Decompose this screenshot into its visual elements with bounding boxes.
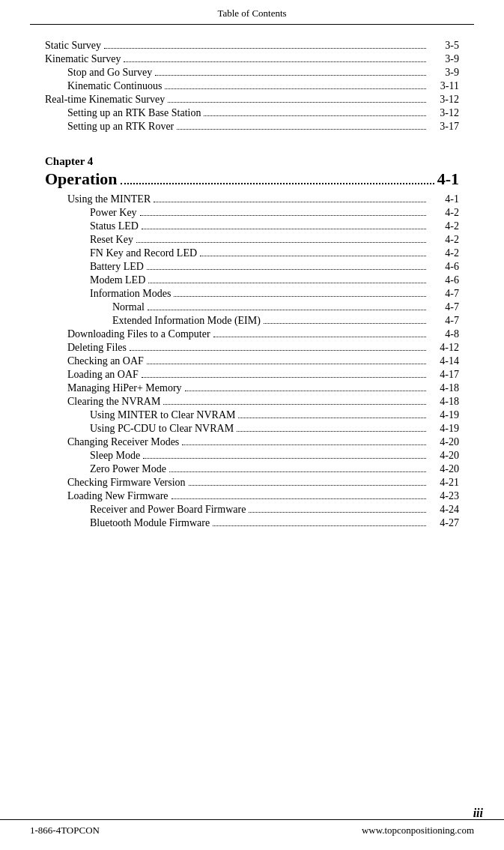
toc-dots — [213, 337, 426, 337]
toc-page: 4-23 — [429, 490, 459, 502]
toc-entry: Using MINTER to Clear NVRAM4-19 — [45, 409, 459, 421]
toc-dots — [147, 269, 426, 270]
toc-label: Downloading Files to a Computer — [67, 328, 210, 340]
toc-label: Normal — [112, 301, 145, 313]
toc-label: FN Key and Record LED — [90, 247, 197, 259]
toc-page: 4-18 — [429, 382, 459, 394]
toc-dots — [165, 88, 426, 89]
toc-label: Loading an OAF — [67, 369, 139, 381]
toc-entry: Receiver and Power Board Firmware4-24 — [45, 504, 459, 516]
toc-label: Modem LED — [90, 274, 145, 286]
toc-page: 4-7 — [429, 288, 459, 300]
toc-label: Deleting Files — [67, 342, 127, 354]
toc-label: Setting up an RTK Rover — [67, 121, 174, 133]
toc-label: Managing HiPer+ Memory — [67, 382, 182, 394]
toc-label: Power Key — [90, 207, 137, 219]
toc-entry: Status LED4-2 — [45, 220, 459, 232]
toc-page: 4-17 — [429, 369, 459, 381]
toc-dots — [136, 242, 426, 243]
toc-label: Information Modes — [90, 288, 171, 300]
toc-entry: Loading New Firmware4-23 — [45, 490, 459, 502]
toc-dots — [204, 115, 426, 116]
toc-entry: Static Survey3-5 — [45, 40, 459, 52]
toc-label: Setting up an RTK Base Station — [67, 107, 201, 119]
toc-dots — [124, 61, 426, 62]
toc-entry: Kinematic Continuous3-11 — [45, 80, 459, 92]
toc-dots — [189, 485, 426, 486]
toc-entry: Deleting Files4-12 — [45, 342, 459, 354]
toc-entry: Information Modes4-7 — [45, 288, 459, 300]
toc-label: Using MINTER to Clear NVRAM — [90, 409, 235, 421]
toc-label: Reset Key — [90, 234, 133, 246]
toc-page: 4-2 — [429, 220, 459, 232]
toc-entry: Checking Firmware Version4-21 — [45, 477, 459, 489]
toc-page: 4-7 — [429, 301, 459, 313]
footer-left: 1-866-4TOPCON — [30, 825, 100, 837]
toc-page: 4-20 — [429, 450, 459, 462]
toc-entry: Clearing the NVRAM4-18 — [45, 396, 459, 408]
toc-dots — [130, 350, 426, 351]
toc-dots — [143, 458, 426, 459]
toc-entry: Reset Key4-2 — [45, 234, 459, 246]
toc-dots — [264, 323, 426, 324]
chapter4-dots — [121, 183, 434, 184]
toc-label: Checking Firmware Version — [67, 477, 186, 489]
toc-page: 4-7 — [429, 315, 459, 327]
toc-page: 3-12 — [429, 107, 459, 119]
toc-page: 4-24 — [429, 504, 459, 516]
toc-entry: Setting up an RTK Rover3-17 — [45, 121, 459, 133]
toc-label: Battery LED — [90, 261, 144, 273]
toc-label: Sleep Mode — [90, 450, 140, 462]
page-footer: 1-866-4TOPCON www.topconpositioning.com — [0, 819, 504, 837]
toc-page: 4-19 — [429, 409, 459, 421]
chapter4-entries: Using the MINTER4-1Power Key4-2Status LE… — [45, 193, 459, 529]
toc-entry: Using PC-CDU to Clear NVRAM4-19 — [45, 423, 459, 435]
toc-entry: Extended Information Mode (EIM)4-7 — [45, 315, 459, 327]
toc-page: 4-8 — [429, 328, 459, 340]
toc-entry: Using the MINTER4-1 — [45, 193, 459, 205]
toc-label: Extended Information Mode (EIM) — [112, 315, 261, 327]
toc-page: 3-17 — [429, 121, 459, 133]
toc-dots — [142, 377, 426, 378]
toc-label: Checking an OAF — [67, 355, 144, 367]
toc-entry: Zero Power Mode4-20 — [45, 463, 459, 475]
toc-label: Receiver and Power Board Firmware — [90, 504, 246, 516]
toc-label: Kinematic Continuous — [67, 80, 162, 92]
toc-dots — [142, 229, 426, 229]
toc-dots — [200, 256, 426, 256]
toc-page: 4-20 — [429, 463, 459, 475]
page-header: Table of Contents — [30, 0, 474, 25]
toc-page: 3-9 — [429, 67, 459, 79]
toc-entry: Downloading Files to a Computer4-8 — [45, 328, 459, 340]
toc-label: Loading New Firmware — [67, 490, 168, 502]
toc-page: 3-5 — [429, 40, 459, 52]
toc-dots — [147, 364, 426, 364]
toc-page: 4-2 — [429, 247, 459, 259]
toc-page: 4-19 — [429, 423, 459, 435]
toc-dots — [168, 102, 426, 103]
toc-entry: Stop and Go Survey3-9 — [45, 67, 459, 79]
toc-page: 4-20 — [429, 436, 459, 448]
footer-right: www.topconpositioning.com — [362, 825, 474, 837]
chapter4-title-line: Operation 4-1 — [45, 169, 459, 189]
toc-dots — [185, 391, 426, 391]
toc-dots — [148, 283, 426, 283]
toc-entry: Sleep Mode4-20 — [45, 450, 459, 462]
toc-label: Zero Power Mode — [90, 463, 166, 475]
toc-entry: Normal4-7 — [45, 301, 459, 313]
toc-page: 4-2 — [429, 234, 459, 246]
toc-label: Using PC-CDU to Clear NVRAM — [90, 423, 234, 435]
toc-entry: Bluetooth Module Firmware4-27 — [45, 517, 459, 529]
toc-dots — [171, 498, 426, 499]
toc-label: Real-time Kinematic Survey — [45, 94, 165, 106]
toc-page: 4-2 — [429, 207, 459, 219]
toc-dots — [237, 431, 426, 432]
toc-page: 4-6 — [429, 261, 459, 273]
toc-page: 4-21 — [429, 477, 459, 489]
toc-dots — [174, 296, 426, 297]
toc-dots — [155, 75, 426, 76]
toc-entry: Battery LED4-6 — [45, 261, 459, 273]
toc-label: Changing Receiver Modes — [67, 436, 179, 448]
toc-dots — [140, 215, 426, 216]
toc-label: Stop and Go Survey — [67, 67, 152, 79]
